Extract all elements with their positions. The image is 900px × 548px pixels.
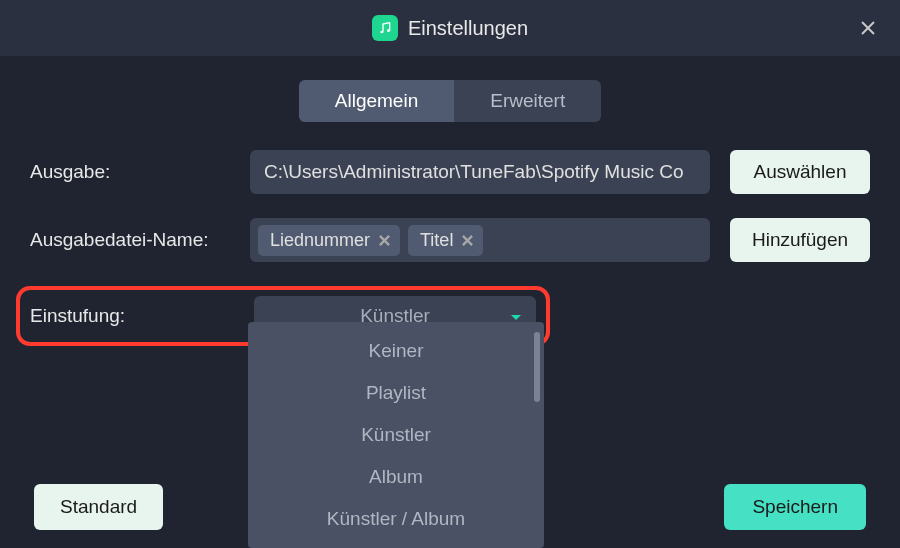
- svg-point-1: [387, 29, 390, 32]
- dropdown-option[interactable]: Künstler: [248, 414, 544, 456]
- close-button[interactable]: [856, 16, 880, 40]
- classification-label: Einstufung:: [30, 305, 234, 327]
- filename-chip: Liednummer: [258, 225, 400, 256]
- filename-chip: Titel: [408, 225, 483, 256]
- row-filename: Ausgabedatei-Name: Liednummer Titel Hin: [30, 218, 870, 262]
- filename-chip-container[interactable]: Liednummer Titel: [250, 218, 710, 262]
- svg-point-0: [380, 31, 383, 34]
- output-label: Ausgabe:: [30, 161, 230, 183]
- chip-label: Liednummer: [270, 230, 370, 251]
- choose-button[interactable]: Auswählen: [730, 150, 870, 194]
- dropdown-option[interactable]: Playlist: [248, 372, 544, 414]
- dropdown-option[interactable]: Album: [248, 456, 544, 498]
- output-path-field[interactable]: C:\Users\Administrator\TuneFab\Spotify M…: [250, 150, 710, 194]
- add-button[interactable]: Hinzufügen: [730, 218, 870, 262]
- row-output: Ausgabe: C:\Users\Administrator\TuneFab\…: [30, 150, 870, 194]
- dropdown-option[interactable]: Künstler / Album: [248, 498, 544, 540]
- output-path-value: C:\Users\Administrator\TuneFab\Spotify M…: [264, 161, 684, 183]
- app-icon: [372, 15, 398, 41]
- titlebar-center: Einstellungen: [372, 15, 528, 41]
- tab-advanced[interactable]: Erweitert: [454, 80, 601, 122]
- titlebar: Einstellungen: [0, 0, 900, 56]
- chip-remove-icon[interactable]: [376, 232, 392, 248]
- dropdown-scrollbar[interactable]: [534, 332, 540, 402]
- chip-label: Titel: [420, 230, 453, 251]
- chip-remove-icon[interactable]: [459, 232, 475, 248]
- tab-group: Allgemein Erweitert: [299, 80, 601, 122]
- save-button[interactable]: Speichern: [724, 484, 866, 530]
- tab-general[interactable]: Allgemein: [299, 80, 454, 122]
- default-button[interactable]: Standard: [34, 484, 163, 530]
- classification-dropdown-panel: Keiner Playlist Künstler Album Künstler …: [248, 322, 544, 548]
- content-area: Allgemein Erweitert Ausgabe: C:\Users\Ad…: [0, 56, 900, 346]
- tab-bar: Allgemein Erweitert: [30, 80, 870, 122]
- filename-label: Ausgabedatei-Name:: [30, 229, 230, 251]
- dropdown-option[interactable]: Keiner: [248, 330, 544, 372]
- window-title: Einstellungen: [408, 17, 528, 40]
